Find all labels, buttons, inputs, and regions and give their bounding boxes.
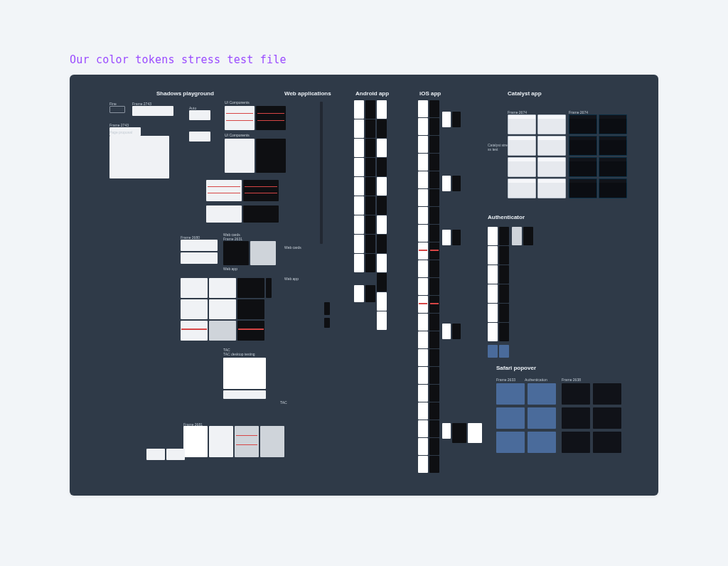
artboard[interactable] <box>266 278 272 298</box>
artboard[interactable] <box>243 205 279 223</box>
catalyst-thumb[interactable] <box>569 136 597 156</box>
artboard[interactable] <box>237 299 264 319</box>
safari-thumb[interactable] <box>593 383 621 405</box>
catalyst-thumb[interactable] <box>508 157 536 177</box>
artboard[interactable] <box>468 423 482 443</box>
artboard[interactable] <box>181 252 218 264</box>
catalyst-thumb[interactable] <box>599 157 627 177</box>
artboard[interactable] <box>209 426 233 457</box>
ios-col-light[interactable] <box>418 100 428 473</box>
artboard[interactable] <box>488 345 498 358</box>
artboard[interactable] <box>442 112 451 127</box>
artboard[interactable] <box>181 321 208 341</box>
artboard[interactable] <box>181 278 208 298</box>
artboard[interactable] <box>250 241 276 265</box>
catalyst-thumb[interactable] <box>508 178 536 198</box>
artboard[interactable] <box>209 278 236 298</box>
artboard[interactable] <box>189 132 210 142</box>
artboard[interactable] <box>189 110 210 120</box>
safari-thumb[interactable] <box>593 407 621 429</box>
catalyst-thumb[interactable] <box>508 136 536 156</box>
safari-thumb[interactable] <box>593 432 621 453</box>
catalyst-thumb[interactable] <box>569 178 597 198</box>
catalyst-thumb[interactable] <box>599 136 627 156</box>
artboard[interactable] <box>235 426 259 457</box>
catalyst-thumb[interactable] <box>569 157 597 177</box>
artboard[interactable] <box>452 176 461 191</box>
catalyst-thumb[interactable] <box>537 114 566 134</box>
artboard[interactable] <box>442 423 451 439</box>
catalyst-thumb[interactable] <box>569 114 597 134</box>
artboard[interactable] <box>256 106 286 130</box>
artboard[interactable] <box>109 136 169 178</box>
section-auth: Authenticator <box>488 214 525 220</box>
artboard[interactable] <box>209 299 236 319</box>
scroll-preview[interactable] <box>320 102 323 244</box>
artboard[interactable] <box>166 449 185 460</box>
label-web-app-2: Web app <box>284 277 299 281</box>
artboard[interactable] <box>365 285 375 302</box>
catalyst-thumb[interactable] <box>599 178 627 198</box>
artboard[interactable] <box>181 240 218 251</box>
safari-thumb[interactable] <box>496 407 525 429</box>
artboard[interactable] <box>209 321 236 341</box>
safari-thumb[interactable] <box>496 432 525 453</box>
frame-label: Frame 2633 <box>496 378 515 382</box>
artboard[interactable] <box>452 324 461 339</box>
auth-col[interactable] <box>488 227 498 341</box>
artboard[interactable] <box>452 230 461 245</box>
artboard[interactable] <box>324 302 330 315</box>
artboard[interactable] <box>223 241 249 265</box>
artboard[interactable] <box>183 426 208 457</box>
artboard[interactable] <box>324 318 330 328</box>
page-title: Our color tokens stress test file <box>70 53 287 66</box>
label-web-app: Web app <box>223 267 237 271</box>
safari-thumb[interactable] <box>528 407 556 429</box>
artboard[interactable] <box>237 321 264 341</box>
artboard[interactable] <box>499 345 509 358</box>
frame-label: Catalyst stress test <box>488 143 509 151</box>
catalyst-thumb[interactable] <box>508 114 536 134</box>
artboard[interactable] <box>243 180 279 201</box>
artboard[interactable] <box>442 324 451 339</box>
artboard[interactable] <box>512 227 522 245</box>
safari-thumb[interactable] <box>562 432 590 453</box>
artboard[interactable] <box>132 106 173 116</box>
artboard[interactable] <box>109 106 125 113</box>
artboard[interactable] <box>206 180 242 201</box>
ios-col-dark[interactable] <box>429 100 439 473</box>
artboard[interactable] <box>523 227 533 245</box>
label-tac-desktop: TAC desktop testing <box>223 352 255 356</box>
label-web-cards-2: Web cards <box>284 245 301 250</box>
artboard[interactable] <box>256 139 286 173</box>
artboard[interactable] <box>223 390 266 399</box>
label-tac-2: TAC <box>280 400 287 405</box>
catalyst-thumb[interactable] <box>537 157 566 177</box>
safari-thumb[interactable] <box>562 383 590 405</box>
catalyst-thumb[interactable] <box>599 114 627 134</box>
artboard[interactable] <box>260 426 284 457</box>
artboard[interactable] <box>181 299 208 319</box>
artboard[interactable] <box>442 230 451 245</box>
catalyst-thumb[interactable] <box>537 178 566 198</box>
artboard[interactable] <box>206 205 242 223</box>
artboard[interactable] <box>223 358 266 389</box>
section-web: Web applications <box>284 90 331 97</box>
safari-thumb[interactable] <box>528 432 556 453</box>
artboard[interactable] <box>237 278 264 298</box>
artboard[interactable] <box>146 449 165 460</box>
safari-thumb[interactable] <box>562 407 590 429</box>
safari-thumb[interactable] <box>528 383 556 405</box>
artboard[interactable] <box>354 285 364 302</box>
auth-col[interactable] <box>499 227 509 341</box>
section-android: Android app <box>355 90 389 97</box>
safari-thumb[interactable] <box>496 383 525 405</box>
artboard[interactable] <box>452 112 461 127</box>
catalyst-thumb[interactable] <box>537 136 566 156</box>
artboard[interactable] <box>452 423 466 443</box>
artboard[interactable] <box>225 139 255 173</box>
label-ui-components-2: UI Components <box>225 133 250 137</box>
figma-canvas[interactable]: Shadows playground Web applications Andr… <box>70 75 658 496</box>
artboard[interactable] <box>442 176 451 191</box>
artboard[interactable] <box>225 106 255 130</box>
